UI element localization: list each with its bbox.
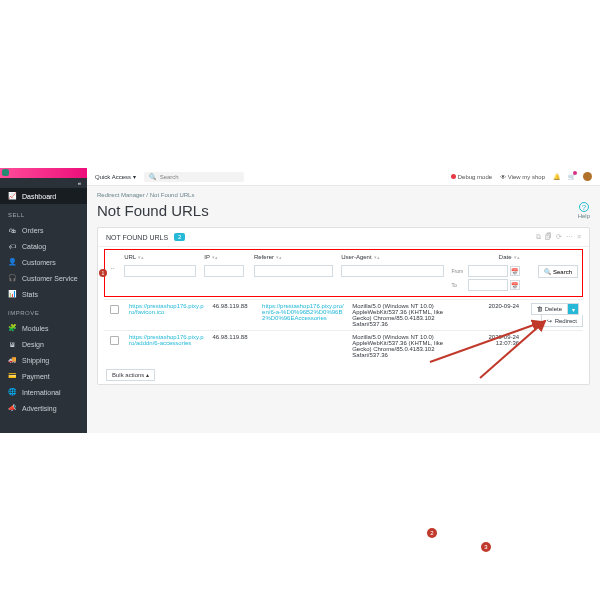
data-rows: https://prestashop176.pixy.pro/favicon.i…	[104, 299, 583, 361]
sidebar-item-label: Design	[22, 341, 44, 348]
sidebar-item-label: Advertising	[22, 405, 57, 412]
sidebar-item-design[interactable]: 🖥Design	[0, 336, 87, 352]
col-date[interactable]: Date▾▴	[448, 250, 524, 262]
annotation-badge-2: 2	[427, 528, 437, 538]
sidebar: « 📈 Dashboard SELL 🛍Orders 🏷Catalog 👤Cus…	[0, 168, 87, 433]
col-referer[interactable]: Referer▾▴	[250, 250, 337, 262]
sidebar-item-advertising[interactable]: 📣Advertising	[0, 400, 87, 416]
topbar: Quick Access ▾ 🔍 Search Debug mode 👁 Vie…	[87, 168, 600, 186]
cell-url[interactable]: https://prestashop176.pixy.pro/adddn/6-a…	[129, 334, 204, 346]
cell-user-agent: Mozilla/5.0 (Windows NT 10.0) AppleWebKi…	[352, 303, 443, 327]
search-button[interactable]: 🔍 Search	[538, 265, 578, 278]
collapse-sidebar-icon[interactable]: «	[0, 178, 87, 188]
panel-title: NOT FOUND URLS	[106, 234, 168, 241]
caret-down-icon[interactable]: ▾	[568, 304, 578, 314]
more-icon[interactable]: ⋯	[566, 233, 573, 241]
filter-row-highlight: 1 URL▾▴ IP▾▴ Referer▾▴ User-Agent▾▴ Date…	[104, 249, 583, 297]
page-root: « 📈 Dashboard SELL 🛍Orders 🏷Catalog 👤Cus…	[0, 0, 600, 600]
orders-icon: 🛍	[8, 226, 16, 234]
sidebar-item-modules[interactable]: 🧩Modules	[0, 320, 87, 336]
modules-icon: 🧩	[8, 324, 16, 332]
quick-access-menu[interactable]: Quick Access ▾	[95, 173, 136, 180]
sidebar-item-payment[interactable]: 💳Payment	[0, 368, 87, 384]
breadcrumb: Redirect Manager / Not Found URLs	[87, 186, 600, 198]
sidebar-item-shipping[interactable]: 🚚Shipping	[0, 352, 87, 368]
annotation-badge-1: 1	[99, 269, 107, 277]
sidebar-item-orders[interactable]: 🛍Orders	[0, 222, 87, 238]
view-shop-link[interactable]: 👁 View my shop	[500, 174, 545, 180]
sidebar-item-customers[interactable]: 👤Customers	[0, 254, 87, 270]
table-filter-row: -- From📅 To📅 🔍 Search	[105, 262, 582, 296]
panel-tools: ⧉ 🗐 ⟳ ⋯ ≡	[536, 233, 581, 241]
logo-icon	[2, 169, 9, 176]
cell-url[interactable]: https://prestashop176.pixy.pro/favicon.i…	[129, 303, 204, 315]
data-table: URL▾▴ IP▾▴ Referer▾▴ User-Agent▾▴ Date▾▴…	[105, 250, 582, 296]
calendar-icon[interactable]: 📅	[510, 280, 520, 290]
avatar[interactable]	[583, 172, 592, 181]
row-action-delete[interactable]: 🗑 Delete▾	[531, 303, 579, 315]
filter-url-input[interactable]	[124, 265, 196, 277]
service-icon: 🎧	[8, 274, 16, 282]
sidebar-item-label: Shipping	[22, 357, 49, 364]
panel-header: NOT FOUND URLS 2 ⧉ 🗐 ⟳ ⋯ ≡	[98, 228, 589, 247]
search-input[interactable]: 🔍 Search	[144, 172, 244, 182]
table-row[interactable]: https://prestashop176.pixy.pro/favicon.i…	[104, 300, 583, 331]
filter-date-to-input[interactable]	[468, 279, 508, 291]
col-ip[interactable]: IP▾▴	[200, 250, 250, 262]
annotation-badge-3: 3	[481, 542, 491, 552]
design-icon: 🖥	[8, 340, 16, 348]
sidebar-heading-sell: SELL	[0, 204, 87, 222]
list-icon[interactable]: ≡	[577, 233, 581, 241]
cell-referer[interactable]: https://prestashop176.pixy.pro/en/6-a-%D…	[262, 303, 344, 321]
app-window: « 📈 Dashboard SELL 🛍Orders 🏷Catalog 👤Cus…	[0, 168, 600, 433]
dashboard-icon: 📈	[8, 192, 16, 200]
payment-icon: 💳	[8, 372, 16, 380]
search-placeholder: Search	[160, 174, 179, 180]
col-url[interactable]: URL▾▴	[120, 250, 200, 262]
refresh-icon[interactable]: ⟳	[556, 233, 562, 241]
cart-icon[interactable]: 🛒	[568, 173, 575, 180]
cell-user-agent: Mozilla/5.0 (Windows NT 10.0) AppleWebKi…	[352, 334, 443, 358]
export-icon[interactable]: ⧉	[536, 233, 541, 241]
row-checkbox[interactable]	[110, 336, 119, 345]
filter-referer-input[interactable]	[254, 265, 333, 277]
filter-date-from-input[interactable]	[468, 265, 508, 277]
sidebar-item-label: Customer Service	[22, 275, 78, 282]
sidebar-item-label: Stats	[22, 291, 38, 298]
bulk-actions-menu[interactable]: Bulk actions ▴	[106, 369, 155, 381]
help-button[interactable]: ? Help	[578, 202, 590, 219]
stats-icon: 📊	[8, 290, 16, 298]
sidebar-item-customer-service[interactable]: 🎧Customer Service	[0, 270, 87, 286]
cell-ip: 46.98.119.88	[213, 303, 248, 309]
sidebar-item-label: Customers	[22, 259, 56, 266]
row-checkbox[interactable]	[110, 305, 119, 314]
row-action-redirect[interactable]: ↪ Redirect	[541, 315, 583, 327]
shipping-icon: 🚚	[8, 356, 16, 364]
debug-mode-link[interactable]: Debug mode	[451, 174, 492, 180]
table-panel: NOT FOUND URLS 2 ⧉ 🗐 ⟳ ⋯ ≡ 1	[97, 227, 590, 385]
sidebar-item-label: Modules	[22, 325, 48, 332]
topbar-right: Debug mode 👁 View my shop 🔔 🛒	[451, 172, 592, 181]
sidebar-item-dashboard[interactable]: 📈 Dashboard	[0, 188, 87, 204]
sidebar-item-label: Orders	[22, 227, 43, 234]
table-header-row: URL▾▴ IP▾▴ Referer▾▴ User-Agent▾▴ Date▾▴	[105, 250, 582, 262]
brand-header	[0, 168, 87, 178]
megaphone-icon: 📣	[8, 404, 16, 412]
calendar-icon[interactable]: 📅	[510, 266, 520, 276]
sidebar-item-label: Dashboard	[22, 193, 56, 200]
panel-count: 2	[174, 233, 185, 241]
international-icon: 🌐	[8, 388, 16, 396]
catalog-icon: 🏷	[8, 242, 16, 250]
sql-icon[interactable]: 🗐	[545, 233, 552, 241]
sidebar-item-international[interactable]: 🌐International	[0, 384, 87, 400]
main-content: Quick Access ▾ 🔍 Search Debug mode 👁 Vie…	[87, 168, 600, 433]
table-row[interactable]: https://prestashop176.pixy.pro/adddn/6-a…	[104, 331, 583, 362]
notifications-icon[interactable]: 🔔	[553, 173, 560, 180]
filter-user-agent-input[interactable]	[341, 265, 443, 277]
page-header: Not Found URLs ? Help	[87, 198, 600, 227]
col-user-agent[interactable]: User-Agent▾▴	[337, 250, 447, 262]
sidebar-item-stats[interactable]: 📊Stats	[0, 286, 87, 302]
sidebar-heading-improve: IMPROVE	[0, 302, 87, 320]
filter-ip-input[interactable]	[204, 265, 244, 277]
sidebar-item-catalog[interactable]: 🏷Catalog	[0, 238, 87, 254]
